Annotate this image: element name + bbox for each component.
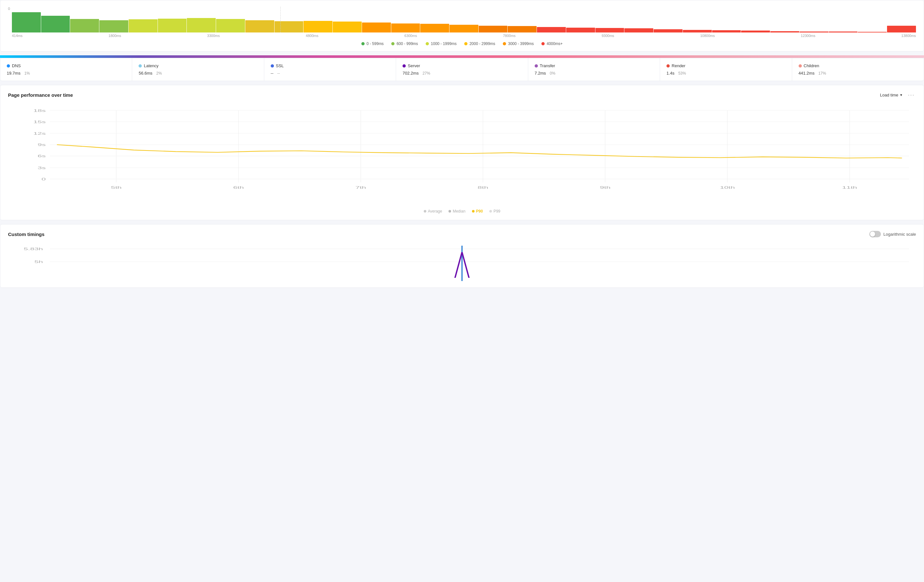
histogram-bar xyxy=(653,29,683,33)
histogram-legend-item: 2000 - 2999ms xyxy=(464,41,495,46)
histogram-bar xyxy=(624,28,653,33)
histogram-x-label: 10800ms xyxy=(700,34,715,38)
histogram-area: 0 xyxy=(8,7,916,33)
histogram-x-label: 12300ms xyxy=(801,34,815,38)
metric-value: 702.2ms xyxy=(403,71,419,76)
logarithmic-toggle[interactable] xyxy=(870,231,881,237)
svg-text:12s: 12s xyxy=(33,131,46,135)
histogram-x-label: 3300ms xyxy=(207,34,219,38)
metric-name: Render xyxy=(672,63,685,68)
svg-text:6th: 6th xyxy=(233,185,244,190)
custom-timings-card: Custom timings Logarithmic scale 5.83h 5… xyxy=(0,224,924,288)
histogram-legend: 0 - 599ms600 - 999ms1000 - 1999ms2000 - … xyxy=(8,41,916,46)
metric-name: Latency xyxy=(144,63,158,68)
load-time-button[interactable]: Load time ▼ xyxy=(880,92,903,97)
perf-legend-label: Average xyxy=(428,209,442,214)
svg-text:15s: 15s xyxy=(33,120,46,124)
metric-item-dns: DNS19.7ms1% xyxy=(0,58,132,81)
histogram-bar xyxy=(99,20,128,33)
histogram-bar xyxy=(829,31,858,33)
metric-name: SSL xyxy=(276,63,284,68)
perf-legend-item: P90 xyxy=(472,209,483,214)
histogram-legend-item: 4000ms+ xyxy=(541,41,563,46)
metric-value: 19.7ms xyxy=(7,71,21,76)
custom-chart-container: 5.83h 5h xyxy=(8,242,916,281)
histogram-bar xyxy=(537,27,566,33)
metric-header: Transfer xyxy=(535,63,653,68)
perf-legend-label: Median xyxy=(453,209,465,214)
svg-text:5th: 5th xyxy=(111,185,122,190)
histogram-legend-item: 1000 - 1999ms xyxy=(426,41,457,46)
perf-legend-dot xyxy=(489,210,492,213)
performance-chart-svg: 18s15s12s9s6s3s05th6th7th8th9th10th11th xyxy=(8,104,916,206)
histogram-bars xyxy=(8,10,916,33)
metric-pct: 2% xyxy=(156,71,162,76)
metric-values: ---- xyxy=(271,71,389,76)
histogram-legend-label: 600 - 999ms xyxy=(396,41,418,46)
metric-header: Latency xyxy=(139,63,257,68)
histogram-legend-dot xyxy=(426,42,429,45)
metric-pct: 1% xyxy=(25,71,30,76)
histogram-x-label: 13800ms xyxy=(901,34,916,38)
perf-legend-item: P99 xyxy=(489,209,500,214)
metric-item-latency: Latency56.6ms2% xyxy=(132,58,264,81)
histogram-bar xyxy=(741,31,770,33)
metric-value: -- xyxy=(271,71,274,76)
histogram-legend-label: 3000 - 3999ms xyxy=(508,41,534,46)
histogram-legend-dot xyxy=(391,42,394,45)
histogram-bar xyxy=(683,30,712,33)
perf-legend-label: P99 xyxy=(493,209,500,214)
histogram-x-label: 9300ms xyxy=(602,34,614,38)
histogram-legend-dot xyxy=(503,42,506,45)
histogram-bar xyxy=(771,31,799,33)
performance-card: Page performance over time Load time ▼ ·… xyxy=(0,85,924,220)
histogram-x-label: 4800ms xyxy=(306,34,318,38)
histogram-bar xyxy=(187,18,216,33)
performance-card-actions: Load time ▼ ··· xyxy=(880,92,916,98)
custom-timings-header: Custom timings Logarithmic scale xyxy=(8,231,916,237)
metric-values: 7.2ms0% xyxy=(535,71,653,76)
more-options-button[interactable]: ··· xyxy=(907,92,916,98)
toggle-thumb xyxy=(870,231,875,237)
histogram-legend-dot xyxy=(361,42,365,45)
histogram-bar xyxy=(449,25,478,33)
histogram-legend-label: 2000 - 2999ms xyxy=(469,41,495,46)
performance-chart-container: 18s15s12s9s6s3s05th6th7th8th9th10th11th xyxy=(8,104,916,206)
metric-header: SSL xyxy=(271,63,389,68)
svg-text:5.83h: 5.83h xyxy=(24,247,43,251)
perf-legend-item: Median xyxy=(449,209,465,214)
histogram-bar xyxy=(391,23,420,33)
histogram-x-labels: 414ms1800ms3300ms4800ms6300ms7800ms9300m… xyxy=(8,34,916,38)
metrics-section: DNS19.7ms1%Latency56.6ms2%SSL----Server7… xyxy=(0,58,924,81)
histogram-bar xyxy=(420,24,449,33)
metric-pct: 17% xyxy=(818,71,826,76)
histogram-legend-dot xyxy=(541,42,544,45)
metric-dot xyxy=(271,64,274,68)
metric-values: 702.2ms27% xyxy=(403,71,521,76)
histogram-bar xyxy=(362,23,391,33)
histogram-bar xyxy=(70,19,99,33)
metric-pct: 53% xyxy=(678,71,686,76)
metric-header: DNS xyxy=(7,63,125,68)
svg-text:8th: 8th xyxy=(478,185,488,190)
histogram-x-label: 7800ms xyxy=(503,34,515,38)
metric-item-server: Server702.2ms27% xyxy=(396,58,528,81)
logarithmic-toggle-wrapper: Logarithmic scale xyxy=(870,231,916,237)
histogram-bar xyxy=(12,12,41,33)
metric-pct: 27% xyxy=(422,71,430,76)
histogram-legend-item: 3000 - 3999ms xyxy=(503,41,534,46)
metric-name: Children xyxy=(804,63,819,68)
histogram-legend-label: 0 - 599ms xyxy=(366,41,384,46)
metric-item-render: Render1.4s53% xyxy=(660,58,792,81)
metric-values: 1.4s53% xyxy=(667,71,785,76)
metric-name: Server xyxy=(408,63,420,68)
histogram-bar xyxy=(129,19,158,33)
metric-item-children: Children441.2ms17% xyxy=(792,58,924,81)
metric-dot xyxy=(403,64,406,68)
metric-values: 56.6ms2% xyxy=(139,71,257,76)
metric-values: 19.7ms1% xyxy=(7,71,125,76)
metric-value: 1.4s xyxy=(667,71,675,76)
svg-text:0: 0 xyxy=(41,177,46,181)
metric-values: 441.2ms17% xyxy=(799,71,917,76)
metric-value: 7.2ms xyxy=(535,71,546,76)
